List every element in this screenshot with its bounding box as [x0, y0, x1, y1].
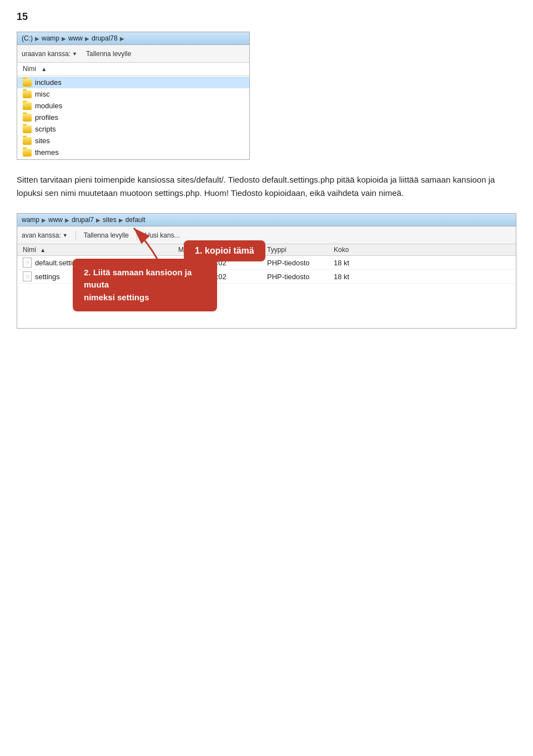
bc-arrow-4: ▶	[119, 217, 123, 223]
top-explorer-titlebar: (C:) ▶ wamp ▶ www ▶ drupal78 ▶	[17, 32, 249, 45]
bc-arrow-1: ▶	[42, 217, 46, 223]
breadcrumb-arrow-3: ▶	[85, 36, 89, 42]
toolbar-sep-1	[76, 230, 76, 240]
share-button[interactable]: uraavan kanssa: ▼	[22, 50, 77, 58]
bottom-save-label: Tallenna levylle	[84, 231, 129, 239]
bc-arrow-3: ▶	[96, 217, 100, 223]
description-paragraph: Sitten tarvitaan pieni toimenpide kansio…	[17, 173, 516, 200]
folder-icon	[23, 114, 32, 122]
sort-up-icon: ▲	[41, 66, 47, 72]
sort-icon: ▲	[40, 247, 46, 253]
callout-liita: 2. Liitä samaan kansioon ja muuta nimeks…	[73, 259, 217, 312]
column-header-name: Nimi ▲	[17, 63, 249, 75]
file-type: PHP-tiedosto	[267, 259, 334, 267]
share-label: uraavan kanssa:	[22, 50, 71, 58]
bottom-explorer-toolbar: avan kanssa: ▼ Tallenna levylle Uusi kan…	[17, 226, 516, 244]
folder-name: themes	[35, 148, 59, 157]
folder-icon	[23, 149, 32, 157]
folder-name: modules	[35, 102, 62, 110]
bottom-share-arrow: ▼	[63, 233, 68, 238]
breadcrumb-arrow-1: ▶	[35, 36, 39, 42]
callout-liita-line1: 2. Liitä samaan kansioon ja muuta	[84, 268, 192, 290]
file-size: 18 kt	[334, 273, 378, 281]
folder-list: includes misc modules profiles scripts s…	[17, 75, 249, 159]
bc-arrow-2: ▶	[65, 217, 69, 223]
list-item[interactable]: includes	[17, 77, 249, 88]
folder-icon	[23, 90, 32, 98]
save-label: Tallenna levylle	[86, 50, 131, 58]
file-name: settings	[35, 273, 60, 281]
bottom-explorer-titlebar: wamp ▶ www ▶ drupal7 ▶ sites ▶ default	[17, 214, 516, 226]
list-item[interactable]: themes	[17, 147, 249, 158]
file-type: PHP-tiedosto	[267, 273, 334, 281]
bottom-share-label: avan kanssa:	[22, 231, 61, 239]
folder-icon	[23, 102, 32, 110]
breadcrumb-sites: sites	[103, 216, 117, 224]
folder-name: profiles	[35, 113, 58, 122]
bottom-save-button[interactable]: Tallenna levylle	[84, 231, 129, 239]
folder-name: misc	[35, 90, 50, 98]
folder-icon	[23, 137, 32, 145]
folder-name: includes	[35, 78, 62, 87]
folder-name: sites	[35, 137, 50, 145]
php-file-icon: 📄	[23, 271, 32, 281]
breadcrumb-drupal78: drupal78	[92, 34, 118, 42]
bottom-explorer: wamp ▶ www ▶ drupal7 ▶ sites ▶ default a…	[17, 213, 516, 329]
col-header-type: Tyyppi	[267, 246, 334, 254]
list-item[interactable]: scripts	[17, 123, 249, 135]
folder-name: scripts	[35, 125, 56, 133]
list-item[interactable]: sites	[17, 135, 249, 147]
list-item[interactable]: modules	[17, 100, 249, 112]
col-header-size: Koko	[334, 246, 378, 254]
list-item[interactable]: profiles	[17, 112, 249, 123]
bottom-share-button[interactable]: avan kanssa: ▼	[22, 231, 68, 239]
php-file-icon: 📄	[23, 258, 32, 268]
list-item[interactable]: misc	[17, 88, 249, 100]
top-explorer-toolbar: uraavan kanssa: ▼ Tallenna levylle	[17, 45, 249, 63]
share-dropdown-arrow: ▼	[72, 51, 77, 57]
breadcrumb-wamp: wamp	[42, 34, 59, 42]
breadcrumb-drupal7: drupal7	[72, 216, 94, 224]
breadcrumb-www: www	[68, 34, 83, 42]
top-explorer: (C:) ▶ wamp ▶ www ▶ drupal78 ▶ uraavan k…	[17, 32, 250, 160]
file-size: 18 kt	[334, 259, 378, 267]
callout-liita-line2: nimeksi settings	[84, 293, 149, 302]
breadcrumb-www2: www	[48, 216, 63, 224]
page-number: 15	[17, 11, 516, 23]
breadcrumb-wamp2: wamp	[22, 216, 39, 224]
breadcrumb-c: (C:)	[22, 34, 33, 42]
save-to-disk-button[interactable]: Tallenna levylle	[86, 50, 131, 58]
folder-icon	[23, 125, 32, 133]
breadcrumb-arrow-4: ▶	[120, 36, 124, 42]
folder-icon	[23, 79, 32, 87]
column-headers: Nimi ▲ Muokkauspäiväm... Tyyppi Koko	[17, 244, 516, 256]
breadcrumb-arrow-2: ▶	[62, 36, 66, 42]
